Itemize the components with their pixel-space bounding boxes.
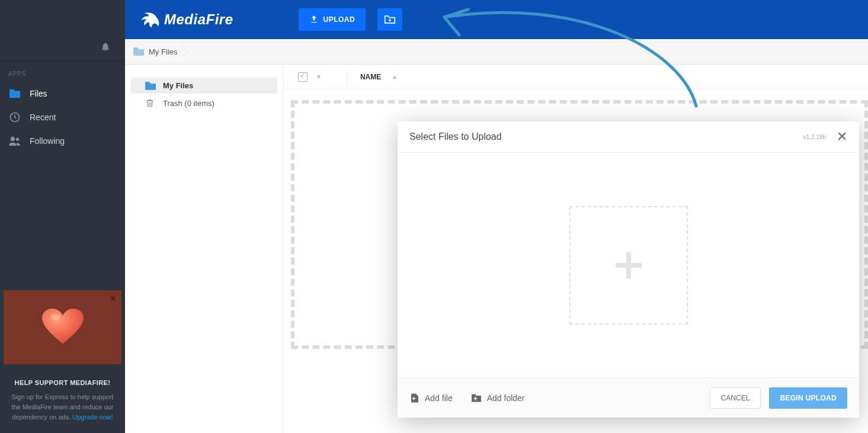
tree-item-label: My Files: [163, 81, 193, 90]
list-header: ▼ NAME ▲: [284, 65, 868, 89]
left-sidebar: APPS Files Recent Following ✕: [0, 0, 125, 433]
svg-point-3: [51, 314, 60, 320]
breadcrumb-root[interactable]: My Files: [133, 47, 188, 56]
add-file-label: Add file: [425, 393, 453, 403]
sidebar-item-following[interactable]: Following: [0, 129, 125, 153]
folder-plus-icon: [384, 14, 396, 25]
modal-footer: Add file Add folder CANCEL BEGIN UPLOAD: [398, 377, 859, 418]
top-header: MediaFire UPLOAD: [125, 0, 868, 39]
new-folder-button[interactable]: [377, 8, 402, 31]
sort-asc-icon: ▲: [392, 73, 398, 80]
svg-point-2: [16, 138, 19, 141]
support-title: HELP SUPPORT MEDIAFIRE!: [7, 379, 118, 386]
tree-item-myfiles[interactable]: My Files: [131, 78, 277, 94]
people-icon: [8, 134, 21, 147]
add-folder-label: Add folder: [487, 393, 525, 403]
svg-rect-5: [616, 263, 642, 268]
promo-card[interactable]: ✕: [4, 290, 121, 364]
brand-text: MediaFire: [164, 11, 233, 28]
flame-icon: [138, 11, 159, 28]
sidebar-item-files[interactable]: Files: [0, 82, 125, 105]
sidebar-item-label: Recent: [30, 113, 56, 122]
modal-version: v1.2.18b: [803, 134, 826, 140]
sidebar-item-label: Files: [30, 89, 47, 98]
trash-icon: [145, 98, 156, 108]
close-icon[interactable]: ✕: [837, 129, 847, 145]
tree-item-label: Trash (0 items): [163, 99, 214, 108]
support-box: HELP SUPPORT MEDIAFIRE! Sign up for Expr…: [0, 371, 125, 433]
column-name[interactable]: NAME: [360, 73, 381, 81]
upload-modal: Select Files to Upload v1.2.18b ✕ Add fi…: [398, 121, 859, 418]
folder-plus-icon: [470, 393, 482, 403]
clock-icon: [8, 111, 21, 124]
sidebar-item-recent[interactable]: Recent: [0, 105, 125, 129]
notifications-bell-icon[interactable]: [100, 41, 111, 54]
select-all-checkbox[interactable]: [298, 72, 308, 82]
sidebar-section-label: APPS: [0, 61, 125, 82]
add-folder-button[interactable]: Add folder: [470, 393, 525, 403]
select-menu-caret-icon[interactable]: ▼: [316, 73, 322, 80]
svg-point-1: [11, 137, 15, 141]
upload-icon: [309, 15, 319, 24]
plus-icon: [612, 249, 645, 282]
drop-target[interactable]: [569, 206, 688, 325]
begin-upload-button[interactable]: BEGIN UPLOAD: [769, 387, 847, 409]
modal-body: [398, 153, 859, 377]
sidebar-item-label: Following: [30, 136, 65, 146]
sidebar-top: [0, 0, 125, 61]
modal-title: Select Files to Upload: [409, 131, 502, 142]
support-body: Sign up for Express to help support the …: [7, 392, 118, 422]
modal-header: Select Files to Upload v1.2.18b ✕: [398, 121, 859, 153]
breadcrumb-label: My Files: [149, 47, 177, 56]
heart-icon: [42, 308, 84, 347]
folder-icon: [8, 87, 21, 100]
close-icon[interactable]: ✕: [110, 294, 117, 303]
folder-icon: [133, 47, 144, 56]
upgrade-link[interactable]: Upgrade now!: [72, 413, 113, 421]
cancel-button[interactable]: CANCEL: [710, 387, 761, 409]
tree-item-trash[interactable]: Trash (0 items): [131, 95, 277, 111]
folder-tree: My Files Trash (0 items): [125, 65, 284, 433]
file-plus-icon: [409, 393, 420, 403]
brand-logo[interactable]: MediaFire: [138, 11, 233, 28]
upload-button-label: UPLOAD: [324, 15, 355, 24]
folder-icon: [145, 82, 156, 90]
upload-button[interactable]: UPLOAD: [299, 8, 366, 31]
breadcrumb-bar: My Files: [125, 39, 868, 65]
add-file-button[interactable]: Add file: [409, 393, 453, 403]
